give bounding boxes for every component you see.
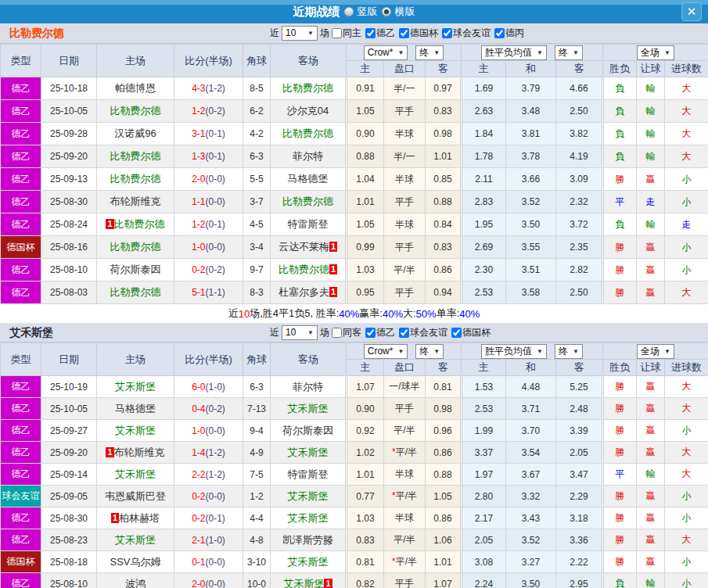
match-row: 德乙25-09-13比勒费尔德2-0(0-0)5-5马格德堡1.04半球0.85…	[1, 168, 708, 191]
avg-draw-cell: 3.58	[506, 281, 556, 304]
sub-column-header: 主	[462, 61, 506, 77]
avg-away-cell: 2.29	[556, 486, 603, 507]
avg-home-cell: 2.63	[462, 100, 506, 123]
avg-final-select[interactable]: 终▼	[555, 344, 583, 359]
filter-controls: 近10▼场同主德乙德国杯球会友谊德丙	[270, 26, 526, 41]
away-team-cell: 凯泽斯劳滕	[271, 529, 347, 551]
odds-handicap-cell: 平手	[384, 398, 426, 420]
match-row: 德乙25-08-03比勒费尔德5-1(1-1)8-3杜塞尔多夫10.95平手0.…	[1, 281, 708, 304]
match-row: 德乙25-08-23艾禾斯堡2-1(1-0)4-8凯泽斯劳滕0.83平/半1.0…	[1, 529, 708, 551]
sub-column-header: 进球数	[665, 61, 708, 77]
odds-handicap-cell: 一/球半	[384, 376, 426, 398]
filter-checkbox-3[interactable]: 球会友谊	[442, 27, 491, 40]
radio-horizontal-label[interactable]: 横版	[395, 5, 415, 19]
filter-checkbox-1[interactable]: 德乙	[365, 326, 395, 339]
result-handicap-cell: 輸	[637, 464, 665, 486]
radio-horizontal-layout[interactable]	[382, 7, 391, 16]
results-table: 类型日期主场比分(半场)角球客场Crow*▼终▼胜平负均值▼终▼全场▼主盘口客主…	[0, 44, 708, 304]
date-cell: 25-08-30	[41, 507, 97, 529]
checkbox-input[interactable]	[442, 28, 452, 38]
result-handicap-cell: 贏	[637, 420, 665, 442]
avg-home-cell: 2.30	[462, 259, 506, 281]
checkbox-input[interactable]	[399, 328, 409, 338]
result-handicap-cell: 贏	[637, 398, 665, 420]
odds-away-cell: 1.07	[426, 573, 462, 588]
checkbox-input[interactable]	[332, 328, 342, 338]
avg-home-cell: 1.69	[462, 77, 506, 100]
match-row: 德乙25-10-05比勒费尔德1-2(0-2)6-2沙尔克041.05平手0.8…	[1, 100, 708, 123]
result-outcome-cell: 勝	[603, 486, 637, 507]
away-team-cell: 艾禾斯堡	[271, 442, 347, 464]
avg-draw-cell: 3.70	[506, 420, 556, 442]
odds-home-cell: 1.07	[347, 376, 384, 398]
filter-checkbox-0[interactable]: 同主	[332, 27, 361, 40]
odds-final-select[interactable]: 终▼	[415, 45, 444, 60]
avg-away-cell: 2.82	[556, 259, 603, 281]
results-table: 类型日期主场比分(半场)角球客场Crow*▼终▼胜平负均值▼终▼全场▼主盘口客主…	[0, 342, 708, 588]
avg-home-cell: 2.53	[462, 398, 506, 420]
league-type-cell: 球会友谊	[1, 486, 41, 507]
sub-column-header: 盘口	[384, 360, 426, 376]
filter-checkbox-4[interactable]: 德丙	[494, 27, 524, 40]
result-goals-cell: 小	[665, 191, 708, 213]
column-header: 主场	[97, 343, 174, 376]
scope-select[interactable]: 全场▼	[637, 45, 674, 60]
match-row: 德乙25-09-27艾禾斯堡1-0(0-0)9-4荷尔斯泰因0.92平/半0.9…	[1, 420, 708, 442]
filter-checkbox-2[interactable]: 德国杯	[399, 27, 438, 40]
home-team-cell: 艾禾斯堡	[97, 529, 174, 551]
match-row: 德乙25-10-18帕德博恩4-3(1-2)8-5比勒费尔德0.91半/一0.9…	[1, 77, 708, 100]
corners-cell: 5-5	[243, 168, 271, 191]
match-row: 德乙25-08-241比勒费尔德1-2(0-1)4-5特雷斯登1.05半球0.8…	[1, 213, 708, 236]
odds-source-select[interactable]: Crow*▼	[364, 45, 408, 60]
odds-away-cell: 0.83	[426, 100, 462, 123]
away-team-cell: 比勒费尔德	[271, 191, 347, 213]
checkbox-input[interactable]	[399, 28, 409, 38]
result-handicap-cell: 贏	[637, 442, 665, 464]
filter-checkbox-1[interactable]: 德乙	[365, 27, 395, 40]
league-type-cell: 德乙	[1, 573, 41, 588]
away-team-cell: 艾禾斯堡	[271, 551, 347, 573]
score-cell: 0-2(0-2)	[174, 259, 243, 281]
close-icon[interactable]: ✕	[681, 2, 702, 21]
home-team-cell: 艾禾斯堡	[97, 420, 174, 442]
date-cell: 25-10-05	[41, 100, 97, 123]
radio-vertical-label[interactable]: 竖版	[358, 5, 378, 19]
odds-handicap-cell: 半/一	[384, 77, 426, 100]
score-cell: 3-1(0-1)	[174, 123, 243, 145]
avg-draw-cell: 3.52	[506, 191, 556, 213]
filter-checkbox-3[interactable]: 德国杯	[451, 326, 491, 339]
radio-vertical-layout[interactable]	[344, 7, 354, 16]
match-count-select[interactable]: 10▼	[282, 26, 318, 41]
chevron-down-icon: ▼	[433, 346, 440, 357]
match-count-select[interactable]: 10▼	[282, 325, 318, 340]
league-type-cell: 德乙	[1, 464, 41, 486]
avg-final-select[interactable]: 终▼	[555, 45, 583, 60]
scope-select[interactable]: 全场▼	[637, 344, 674, 359]
filter-checkbox-0[interactable]: 同客	[332, 326, 361, 339]
result-goals-cell: 走	[665, 213, 708, 236]
avg-odds-select[interactable]: 胜平负均值▼	[481, 45, 547, 60]
league-type-cell: 德乙	[1, 213, 41, 236]
checkbox-input[interactable]	[332, 28, 342, 38]
league-type-cell: 德乙	[1, 123, 41, 145]
result-outcome-cell: 勝	[603, 551, 637, 573]
checkbox-input[interactable]	[494, 28, 505, 38]
away-team-cell: 艾禾斯堡	[271, 486, 347, 507]
column-header: 类型	[1, 45, 41, 77]
filter-checkbox-2[interactable]: 球会友谊	[399, 326, 447, 339]
checkbox-input[interactable]	[451, 328, 462, 338]
rank-badge: 1	[111, 513, 119, 523]
odds-source-select[interactable]: Crow*▼	[364, 344, 408, 359]
odds-away-cell: 0.94	[426, 281, 462, 304]
avg-draw-cell: 3.50	[506, 213, 556, 236]
checkbox-input[interactable]	[365, 28, 376, 38]
odds-final-select[interactable]: 终▼	[415, 344, 444, 359]
avg-odds-select[interactable]: 胜平负均值▼	[481, 344, 547, 359]
result-handicap-cell: 輸	[637, 123, 665, 145]
match-row: 德乙25-08-10荷尔斯泰因0-2(0-2)9-7比勒费尔德11.03平/半0…	[1, 259, 708, 281]
checkbox-input[interactable]	[365, 328, 376, 338]
column-header: 日期	[41, 343, 97, 376]
column-header: 比分(半场)	[174, 45, 243, 77]
away-team-cell: 艾禾斯堡1	[271, 573, 347, 588]
home-team-cell: 比勒费尔德	[97, 281, 174, 304]
